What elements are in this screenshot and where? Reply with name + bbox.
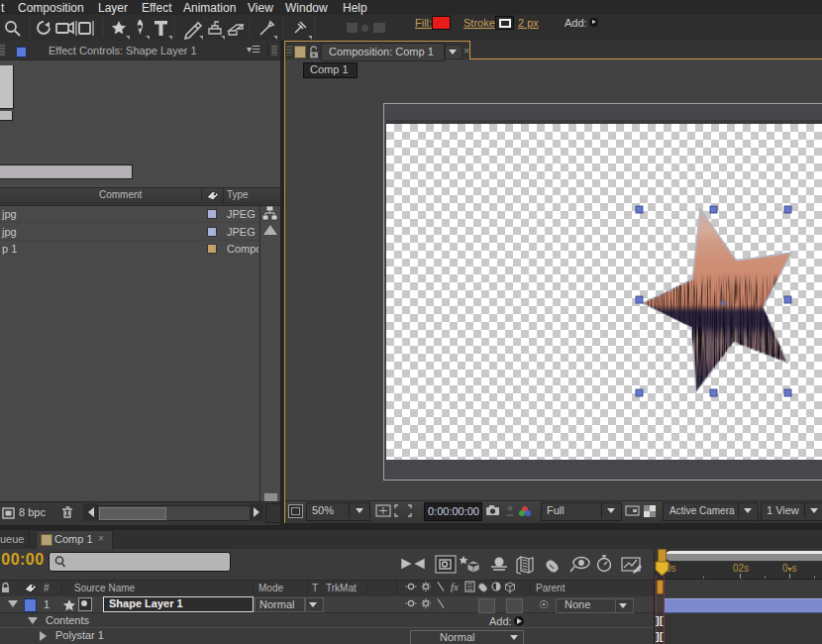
svg-text:fx: fx [451,581,459,592]
